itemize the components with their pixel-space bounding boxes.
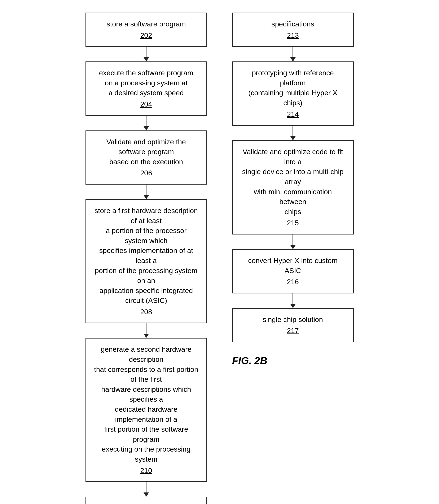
arrow-line bbox=[146, 47, 146, 57]
arrow-line bbox=[146, 185, 146, 195]
diagram-2a: store a software program 202 execute the… bbox=[85, 13, 207, 504]
arrow-head bbox=[290, 245, 296, 249]
diagram-2b: specifications 213 prototyping with refe… bbox=[232, 13, 354, 366]
fig-2b-label: FIG. 2B bbox=[232, 355, 267, 366]
box-215: Validate and optimize code to fit into a… bbox=[232, 140, 354, 235]
box-202: store a software program 202 bbox=[85, 13, 207, 47]
box-206: Validate and optimize the software progr… bbox=[85, 130, 207, 185]
arrow-214-215 bbox=[290, 126, 296, 140]
arrow-204-206 bbox=[144, 116, 149, 130]
arrow-202-204 bbox=[144, 47, 149, 62]
arrow-line bbox=[146, 482, 146, 492]
arrow-head bbox=[144, 334, 149, 338]
arrow-head bbox=[144, 57, 149, 62]
arrow-head bbox=[144, 492, 149, 497]
arrow-215-216 bbox=[290, 235, 296, 249]
arrow-line bbox=[293, 293, 293, 304]
arrow-line bbox=[146, 116, 146, 126]
diagrams-row: store a software program 202 execute the… bbox=[10, 13, 429, 504]
diagram-2b-wrapper: specifications 213 prototyping with refe… bbox=[232, 13, 354, 366]
box-212: create the ASIC which implements thefunc… bbox=[85, 497, 207, 504]
arrow-line bbox=[146, 323, 146, 334]
arrow-216-217 bbox=[290, 293, 296, 308]
arrow-head bbox=[290, 57, 296, 62]
box-210: generate a second hardware descriptionth… bbox=[85, 338, 207, 482]
box-214: prototyping with reference platform(cont… bbox=[232, 62, 354, 126]
box-208: store a first hardware description of at… bbox=[85, 199, 207, 323]
arrow-head bbox=[290, 304, 296, 308]
arrow-213-214 bbox=[290, 47, 296, 62]
box-204: execute the software programon a process… bbox=[85, 62, 207, 115]
box-217: single chip solution 217 bbox=[232, 308, 354, 342]
arrow-head bbox=[144, 126, 149, 130]
arrow-210-212 bbox=[144, 482, 149, 497]
arrow-206-208 bbox=[144, 185, 149, 199]
arrow-head bbox=[144, 195, 149, 199]
arrow-head bbox=[290, 136, 296, 140]
arrow-line bbox=[293, 126, 293, 136]
arrow-line bbox=[293, 235, 293, 245]
arrow-line bbox=[293, 47, 293, 57]
box-213: specifications 213 bbox=[232, 13, 354, 47]
page: store a software program 202 execute the… bbox=[10, 13, 429, 504]
box-216: convert Hyper X into custom ASIC 216 bbox=[232, 249, 354, 293]
arrow-208-210 bbox=[144, 323, 149, 338]
